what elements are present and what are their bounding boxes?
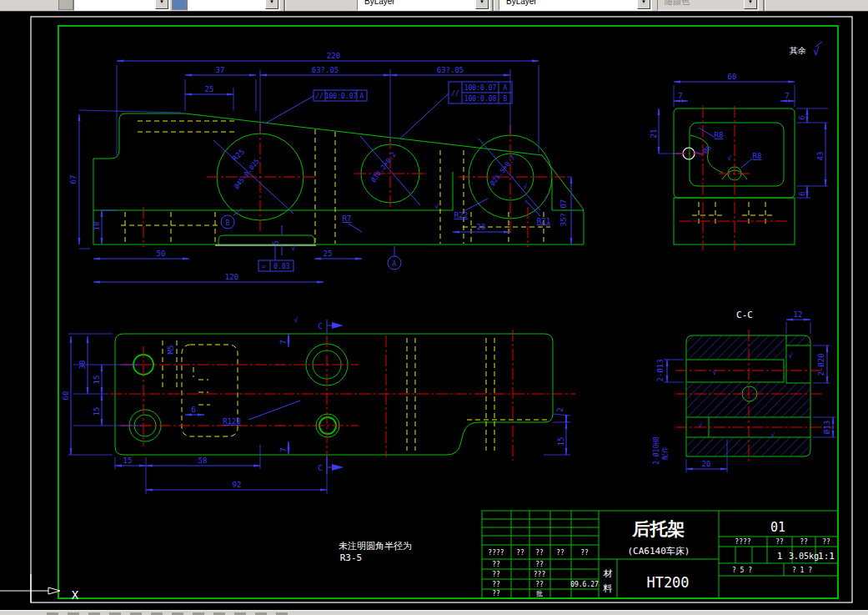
bore-label: Ø30.2+0.2 — [369, 150, 398, 184]
datum-a: A — [388, 246, 401, 270]
side-view[interactable]: 60 7 7 21 6 43 6 R8 R8 Ø6 √ — [650, 73, 828, 250]
surface-finish-icon: √ — [292, 244, 296, 252]
datum-b: B — [221, 209, 242, 229]
chevron-down-icon[interactable]: ▼ — [475, 0, 489, 9]
drawing-canvas[interactable]: 220 37 25 63?.05 63?.05 67 18 50 120 25 … — [0, 12, 868, 610]
surface-finish-icon: √ — [789, 352, 793, 360]
dim-label: 2 — [556, 407, 564, 411]
chevron-down-icon[interactable]: ▼ — [265, 0, 278, 9]
tb-cell: ???? — [488, 549, 504, 557]
tb-cell: ??? — [534, 571, 546, 578]
surface-finish-icon: √ — [524, 183, 528, 190]
fillet-note-value: R3-5 — [340, 552, 363, 563]
toolbar-separator — [492, 0, 494, 11]
dim-label: 43 — [816, 152, 825, 161]
layer-manager-icon[interactable] — [58, 0, 73, 10]
tb-cell: ?? — [535, 561, 544, 568]
color-combo[interactable]: ▼ — [187, 0, 280, 11]
tb-cell: ?? — [535, 581, 544, 588]
dim-label: R22 — [454, 211, 468, 219]
tb-cell: ???? — [735, 538, 750, 546]
toolbar-separator — [763, 0, 765, 11]
dim-label: 67 — [69, 175, 78, 184]
dim-label: R8 — [753, 152, 762, 160]
tolerance-frame-parallel-ab: // 100:0.07 A 100:0.08 B — [400, 82, 512, 139]
tb-cell: ?? — [535, 549, 544, 557]
surface-note: 其余 — [790, 46, 806, 55]
dim-label: 37 — [216, 66, 225, 74]
tb-cell: ?? — [492, 561, 500, 568]
dim-label: 5 — [272, 240, 280, 244]
tb-cell: ?? — [492, 581, 500, 588]
surface-finish-icon: √ — [771, 431, 775, 439]
dim-label: R120 — [223, 417, 241, 426]
linetype-combo[interactable]: ByLayer▼ — [357, 0, 490, 11]
svg-text:B: B — [504, 95, 508, 103]
lineweight-combo[interactable]: ByLayer▼ — [499, 0, 652, 11]
chevron-down-icon: ▼ — [744, 0, 757, 9]
section-label: C — [318, 322, 322, 330]
svg-text:0.03: 0.03 — [273, 263, 289, 270]
dim-label: 2-Ø10H8 — [652, 436, 660, 465]
properties-toolbar: ▼ ▼ ByLayer▼ ByLayer▼ 随颜色▼ — [0, 0, 868, 12]
chevron-down-icon[interactable]: ▼ — [155, 0, 168, 9]
svg-text:A: A — [504, 84, 508, 92]
part-model: (CA6140车床) — [628, 546, 690, 557]
dim-label: 63?.05 — [437, 66, 464, 74]
tb-cell: ? 1 ? — [792, 567, 812, 574]
section-label: C — [318, 464, 322, 472]
svg-text:100:0.07: 100:0.07 — [464, 84, 497, 92]
dim-label: 7 — [279, 447, 288, 451]
dim-label: 28 — [477, 223, 486, 231]
material-label: 料 — [603, 583, 613, 594]
surface-finish-icon: √ — [813, 45, 820, 58]
tolerance-frame-parallel-a: // 100:0.07 A — [265, 90, 367, 124]
color-swatch-icon[interactable] — [172, 0, 187, 10]
dim-label: 92 — [233, 481, 242, 489]
ucs-x-label: X — [72, 588, 79, 602]
section-view-cc[interactable]: C-C 12 2-Ø13 2-Ø20 Ø13 20 — [652, 310, 835, 472]
svg-text://: // — [451, 90, 459, 98]
dim-label: R25 — [231, 148, 247, 164]
surface-finish-icon: √ — [713, 369, 717, 376]
layer-combo[interactable]: ▼ — [73, 0, 170, 11]
toolbar-separator — [283, 0, 286, 11]
dim-label: 30 — [78, 360, 87, 370]
dim-label: M5 — [167, 345, 175, 355]
material-value: HT200 — [646, 574, 689, 591]
drawing-notes: 未注明圆角半径为 R3-5 其余 √ — [339, 42, 822, 563]
dim-label: 6 — [191, 406, 195, 414]
dim-label: Ø13 — [823, 421, 831, 434]
cad-application-window: ▼ ▼ ByLayer▼ ByLayer▼ 随颜色▼ — [0, 0, 868, 615]
tb-cell: ?? — [516, 549, 524, 557]
dim-label: 7 — [678, 92, 682, 100]
part-name: 后托架 — [632, 519, 685, 539]
tb-scale: 1:1 — [818, 551, 835, 562]
plotstyle-combo: 随颜色▼ — [657, 0, 759, 11]
dim-label: 25 — [324, 250, 333, 258]
surface-finish-icon: √ — [699, 421, 703, 429]
taskbar-sliver — [0, 610, 868, 615]
tb-cell: ?? — [492, 571, 500, 578]
chevron-down-icon[interactable]: ▼ — [637, 0, 650, 9]
svg-text:A: A — [393, 260, 397, 268]
front-view[interactable]: 220 37 25 63?.05 63?.05 67 18 50 120 25 … — [69, 52, 584, 282]
dim-label: 220 — [327, 52, 340, 60]
tb-cell: ? 5 ? — [732, 567, 752, 574]
tb-cell: ?? — [492, 590, 500, 597]
dim-label: 6 — [798, 191, 806, 195]
dim-label: 63?.05 — [312, 66, 339, 74]
tb-cell: ?? — [822, 538, 830, 546]
tb-cell: ?? — [800, 538, 808, 546]
svg-text:100:0.07: 100:0.07 — [325, 93, 358, 100]
tb-weight: 3.05kg — [789, 552, 819, 561]
dim-label: 12 — [794, 310, 803, 319]
dim-label: 2-Ø13 — [656, 359, 665, 381]
plan-view[interactable]: C C 60 30 15 15 M5 15 58 92 — [62, 316, 575, 494]
dim-label: 15 — [123, 456, 133, 465]
dim-label: 35?.07 — [559, 199, 568, 227]
dim-label: 2-Ø20 — [817, 353, 825, 376]
svg-text:100:0.08: 100:0.08 — [464, 95, 497, 103]
svg-text:▱: ▱ — [263, 263, 267, 270]
surface-finish-icon: √ — [728, 154, 732, 162]
